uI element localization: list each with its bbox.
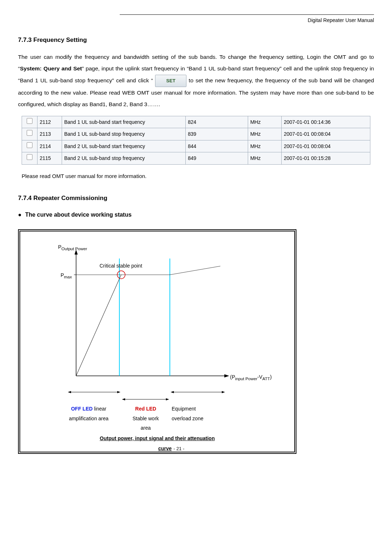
table-row: 2113Band 1 UL sub-band stop frequency839… xyxy=(22,128,370,140)
row-desc: Band 1 UL sub-band stop frequency xyxy=(62,128,185,140)
row-timestamp: 2007-01-01 00:08:04 xyxy=(281,128,370,140)
row-value: 824 xyxy=(185,116,248,128)
pmax-label: Pmax xyxy=(61,270,72,281)
header-title: Digital Repeater User Manual xyxy=(18,16,374,25)
svg-line-7 xyxy=(170,266,220,275)
bullet-curve-status: The curve about device working status xyxy=(18,209,374,220)
curve-caption-2: curve xyxy=(20,444,172,453)
row-unit: MHz xyxy=(248,116,281,128)
table-row: 2112Band 1 UL sub-band start frequency82… xyxy=(22,116,370,128)
row-value: 844 xyxy=(185,140,248,152)
table-row: 2114Band 2 UL sub-band start frequency84… xyxy=(22,140,370,152)
section-heading-774: 7.7.4 Repeater Commissioning xyxy=(18,192,374,204)
zone-off-led: OFF LED linear amplification area xyxy=(62,404,116,423)
row-unit: MHz xyxy=(248,140,281,152)
section-heading-773: 7.7.3 Frequency Setting xyxy=(18,34,374,46)
section-773-body: The user can modify the frequency and ba… xyxy=(18,51,374,110)
row-unit: MHz xyxy=(248,128,281,140)
row-checkbox[interactable] xyxy=(27,118,32,124)
row-desc: Band 2 UL sub-band start frequency xyxy=(62,140,185,152)
row-id: 2112 xyxy=(37,116,62,128)
row-timestamp: 2007-01-01 00:15:28 xyxy=(281,152,370,165)
zone-red-led: Red LED Stable work area xyxy=(120,404,171,433)
x-axis-label: (Pinput Power-VATT) xyxy=(230,372,272,383)
row-checkbox[interactable] xyxy=(27,154,32,160)
y-axis-label: POutput Power xyxy=(58,242,87,253)
row-id: 2113 xyxy=(37,128,62,140)
row-timestamp: 2007-01-01 00:08:04 xyxy=(281,140,370,152)
critical-point-label: Critical stable point xyxy=(100,261,142,271)
row-checkbox[interactable] xyxy=(27,142,32,148)
row-id: 2115 xyxy=(37,152,62,165)
row-desc: Band 1 UL sub-band start frequency xyxy=(62,116,185,128)
row-timestamp: 2007-01-01 00:14:36 xyxy=(281,116,370,128)
omt-note: Please read OMT user manual for more inf… xyxy=(22,171,374,182)
body-bold-system: System: Query and Set xyxy=(20,65,82,71)
set-button[interactable]: SET xyxy=(155,75,186,87)
row-desc: Band 2 UL sub-band stop frequency xyxy=(62,152,185,165)
zone-overload: Equipment overload zone xyxy=(172,404,226,423)
page-number: - 21 - xyxy=(173,444,184,453)
svg-line-5 xyxy=(76,275,121,376)
row-checkbox[interactable] xyxy=(27,130,32,136)
row-unit: MHz xyxy=(248,152,281,165)
frequency-table: 2112Band 1 UL sub-band start frequency82… xyxy=(22,116,370,165)
curve-diagram: POutput Power Pmax Critical stable point… xyxy=(18,229,296,454)
row-value: 839 xyxy=(185,128,248,140)
row-value: 849 xyxy=(185,152,248,165)
row-id: 2114 xyxy=(37,140,62,152)
curve-caption-1: Output power, input signal and their att… xyxy=(20,434,294,443)
table-row: 2115Band 2 UL sub-band stop frequency849… xyxy=(22,152,370,165)
